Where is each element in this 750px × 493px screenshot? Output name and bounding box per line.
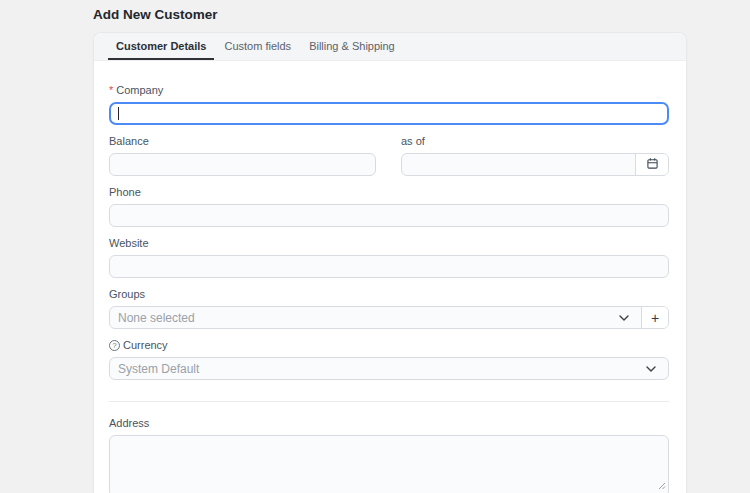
phone-label: Phone [109, 187, 669, 198]
text-caret [118, 107, 119, 120]
website-field: Website [109, 238, 669, 278]
currency-field: ? Currency System Default [109, 340, 669, 380]
chevron-down-icon [619, 307, 641, 328]
phone-input[interactable] [109, 204, 669, 227]
chevron-down-icon [646, 358, 668, 379]
currency-selected-text: System Default [118, 362, 199, 376]
company-field: * Company [109, 85, 669, 125]
balance-asof-row: Balance as of [109, 136, 669, 187]
currency-label: ? Currency [109, 340, 669, 351]
address-field: Address [109, 418, 669, 493]
tab-bar: Customer Details Custom fields Billing &… [94, 33, 686, 61]
website-input[interactable] [109, 255, 669, 278]
asof-label: as of [401, 136, 669, 147]
page: Add New Customer Customer Details Custom… [0, 0, 750, 493]
groups-control: None selected + [109, 306, 669, 329]
tab-custom-fields[interactable]: Custom fields [216, 33, 299, 60]
currency-selected-wrap: System Default [110, 358, 646, 379]
groups-selected-text: None selected [118, 311, 195, 325]
add-customer-card: Customer Details Custom fields Billing &… [93, 32, 687, 493]
help-icon[interactable]: ? [109, 340, 120, 351]
currency-label-text: Currency [123, 340, 168, 351]
address-label: Address [109, 418, 669, 429]
tab-customer-details[interactable]: Customer Details [108, 33, 214, 60]
add-group-button[interactable]: + [641, 307, 668, 328]
balance-label: Balance [109, 136, 376, 147]
calendar-icon [646, 157, 659, 173]
company-input-wrap [109, 102, 669, 125]
asof-date-control [401, 153, 669, 176]
resize-handle[interactable] [658, 476, 666, 493]
company-input[interactable] [109, 102, 669, 125]
groups-field: Groups None selected + [109, 289, 669, 329]
customer-details-form: * Company Balance as of [94, 61, 686, 493]
asof-date-input[interactable] [402, 154, 635, 175]
address-textarea[interactable] [109, 435, 669, 493]
page-title: Add New Customer [93, 0, 687, 32]
company-label: * Company [109, 85, 669, 96]
balance-field: Balance [109, 136, 376, 176]
company-label-text: Company [116, 85, 163, 96]
website-label: Website [109, 238, 669, 249]
date-picker-button[interactable] [635, 154, 668, 175]
asof-field: as of [401, 136, 669, 176]
phone-field: Phone [109, 187, 669, 227]
required-asterisk: * [109, 85, 113, 96]
address-textarea-wrap [109, 435, 669, 493]
groups-label: Groups [109, 289, 669, 300]
section-divider [109, 401, 669, 402]
currency-select[interactable]: System Default [109, 357, 669, 380]
tab-billing-shipping[interactable]: Billing & Shipping [301, 33, 403, 60]
balance-input[interactable] [109, 153, 376, 176]
groups-select[interactable]: None selected [110, 307, 619, 328]
